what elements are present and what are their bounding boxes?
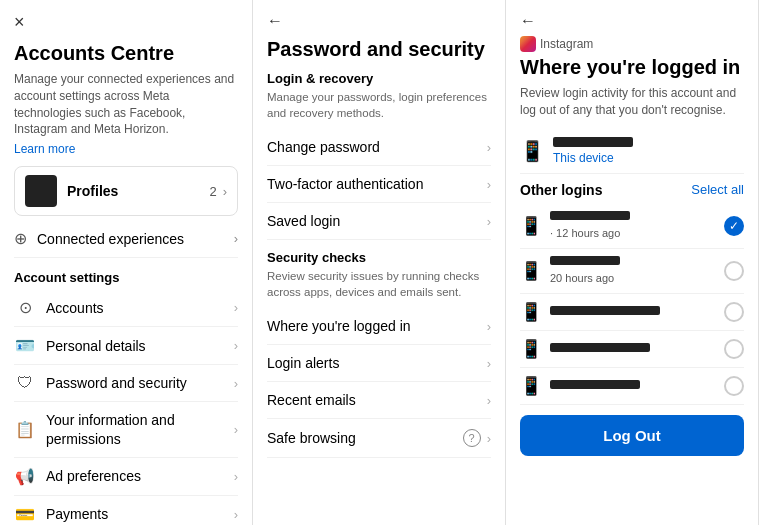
item-label: Two-factor authentication [267,176,487,192]
sidebar-item-password-security[interactable]: 🛡 Password and security › [14,365,238,402]
login-name-blurred [550,380,640,389]
this-device-tag: This device [553,151,744,165]
sidebar-item-personal-details[interactable]: 🪪 Personal details › [14,327,238,365]
chevron-right-icon: › [234,300,238,315]
accounts-centre-panel: × Accounts Centre Manage your connected … [0,0,253,525]
recent-emails-item[interactable]: Recent emails › [267,382,491,419]
mobile-device-icon: 📱 [520,215,542,237]
two-factor-auth-item[interactable]: Two-factor authentication › [267,166,491,203]
password-security-panel: ← Password and security Login & recovery… [253,0,506,525]
where-logged-in-panel: ← Instagram Where you're logged in Revie… [506,0,759,525]
radio-button[interactable] [724,261,744,281]
chevron-right-icon: › [234,231,238,246]
item-label: Recent emails [267,392,487,408]
chevron-right-icon: › [234,422,238,437]
login-name-blurred [550,306,660,315]
chevron-right-icon: › [234,469,238,484]
other-logins-title: Other logins [520,182,602,198]
ad-icon: 📢 [14,467,36,486]
chevron-right-icon: › [487,393,491,408]
item-label: Saved login [267,213,487,229]
radio-button[interactable] [724,216,744,236]
help-icon[interactable]: ? [463,429,481,447]
chevron-right-icon: › [487,356,491,371]
device-info: This device [553,137,744,165]
chevron-right-icon: › [487,431,491,446]
panel-description: Review login activity for this account a… [520,85,744,119]
device-name-blurred [553,137,633,147]
sidebar-item-your-information[interactable]: 📋 Your information and permissions › [14,402,238,457]
chevron-right-icon: › [234,376,238,391]
item-label: Safe browsing [267,430,463,446]
item-label: Where you're logged in [267,318,487,334]
page-description: Manage your connected experiences and ac… [14,71,238,138]
other-logins-header: Other logins Select all [520,182,744,198]
select-all-button[interactable]: Select all [691,182,744,197]
security-section-title: Security checks [267,250,491,265]
login-info [550,306,724,318]
close-icon[interactable]: × [14,12,238,33]
mobile-device-icon: 📱 [520,139,545,163]
chevron-right-icon: › [487,319,491,334]
mobile-device-icon: 📱 [520,338,542,360]
radio-button[interactable] [724,376,744,396]
connected-experiences-item[interactable]: ⊕ Connected experiences › [14,220,238,258]
sidebar-item-payments[interactable]: 💳 Payments › [14,496,238,525]
security-checks-section: Security checks Review security issues b… [267,250,491,458]
instagram-icon [520,36,536,52]
login-info [550,343,724,355]
profiles-label: Profiles [67,183,209,199]
where-logged-in-item[interactable]: Where you're logged in › [267,308,491,345]
panel-title: Where you're logged in [520,55,744,79]
menu-label: Accounts [46,299,234,317]
chevron-right-icon: › [487,177,491,192]
login-name-blurred [550,343,650,352]
login-item[interactable]: 📱 20 hours ago [520,249,744,294]
panel-title: Password and security [267,38,491,61]
login-time: · 12 hours ago [550,227,620,239]
logout-button[interactable]: Log Out [520,415,744,456]
login-section-desc: Manage your passwords, login preferences… [267,89,491,121]
login-time: 20 hours ago [550,272,614,284]
connected-label: Connected experiences [37,231,234,247]
back-icon[interactable]: ← [520,12,744,30]
platform-name: Instagram [540,37,593,51]
profiles-count: 2 [209,184,216,199]
login-item[interactable]: 📱 · 12 hours ago [520,204,744,249]
login-item[interactable]: 📱 [520,368,744,405]
login-item[interactable]: 📱 [520,294,744,331]
menu-label: Password and security [46,374,234,392]
sidebar-item-ad-preferences[interactable]: 📢 Ad preferences › [14,458,238,496]
safe-browsing-item[interactable]: Safe browsing ? › [267,419,491,458]
item-label: Change password [267,139,487,155]
login-item[interactable]: 📱 [520,331,744,368]
sidebar-item-accounts[interactable]: ⊙ Accounts › [14,289,238,327]
back-icon[interactable]: ← [267,12,491,30]
login-section-title: Login & recovery [267,71,491,86]
radio-button[interactable] [724,339,744,359]
chevron-right-icon: › [487,214,491,229]
info-icon: 📋 [14,420,36,439]
login-info [550,380,724,392]
security-section-desc: Review security issues by running checks… [267,268,491,300]
platform-label: Instagram [520,36,744,52]
change-password-item[interactable]: Change password › [267,129,491,166]
menu-label: Your information and permissions [46,411,234,447]
saved-login-item[interactable]: Saved login › [267,203,491,240]
shield-icon: 🛡 [14,374,36,392]
mobile-device-icon: 📱 [520,260,542,282]
accounts-icon: ⊙ [14,298,36,317]
payments-icon: 💳 [14,505,36,524]
login-name-blurred [550,211,630,220]
login-alerts-item[interactable]: Login alerts › [267,345,491,382]
this-device-row: 📱 This device [520,129,744,174]
login-info: 20 hours ago [550,256,724,286]
menu-label: Ad preferences [46,467,234,485]
chevron-right-icon: › [234,338,238,353]
item-label: Login alerts [267,355,487,371]
radio-button[interactable] [724,302,744,322]
mobile-device-icon: 📱 [520,301,542,323]
profiles-row[interactable]: Profiles 2 › [14,166,238,216]
login-name-blurred [550,256,620,265]
learn-more-link[interactable]: Learn more [14,142,238,156]
